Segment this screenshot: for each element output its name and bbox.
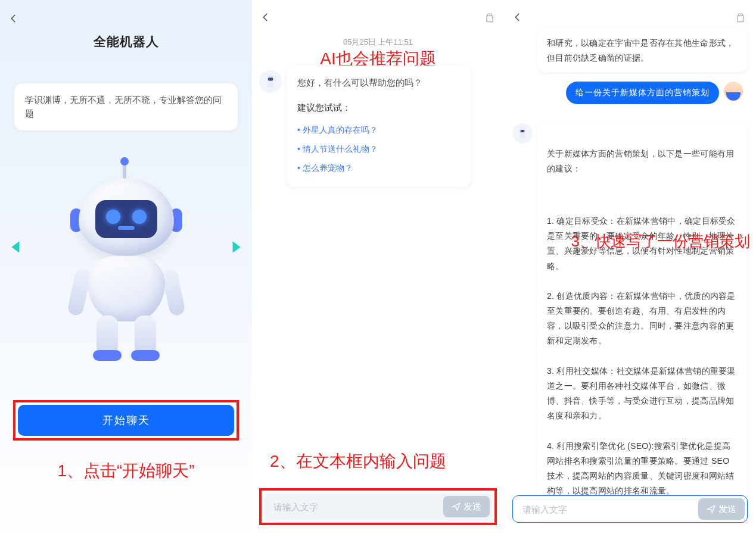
svg-point-7 xyxy=(267,82,273,88)
svg-point-15 xyxy=(523,130,524,132)
annotation-frame-1: 开始聊天 xyxy=(13,400,239,441)
bot-greeting-bubble: 您好，有什么可以帮助您的吗？ 建议您试试： 外星人真的存在吗？ 情人节送什么礼物… xyxy=(287,65,471,187)
bot-body-text: 1. 确定目标受众：在新媒体营销中，确定目标受众是至关重要的。要确定受众的年龄、… xyxy=(547,214,738,499)
suggestion-item[interactable]: 怎么养宠物？ xyxy=(297,159,461,178)
annotation-frame-2: 发送 xyxy=(259,488,497,525)
annotation-text-3: 3、快速写了一份营销策划 xyxy=(571,231,750,252)
chat-input-bar: 发送 xyxy=(264,493,492,520)
chat-input[interactable] xyxy=(522,504,698,514)
bot-message-bubble: 关于新媒体方面的营销策划，以下是一些可能有用的建议： 1. 确定目标受众：在新媒… xyxy=(537,123,748,522)
suggestion-item[interactable]: 情人节送什么礼物？ xyxy=(297,140,461,159)
bot-avatar xyxy=(512,123,533,143)
svg-rect-8 xyxy=(739,14,743,15)
svg-rect-2 xyxy=(488,14,492,15)
robot-illustration xyxy=(0,167,252,375)
annotation-text-1: 1、点击“开始聊天” xyxy=(0,460,252,482)
send-icon xyxy=(452,502,461,511)
svg-rect-13 xyxy=(521,130,525,132)
try-label: 建议您试试： xyxy=(297,100,461,115)
back-icon[interactable] xyxy=(8,13,19,24)
suggestion-list: 外星人真的存在吗？ 情人节送什么礼物？ 怎么养宠物？ xyxy=(297,121,461,177)
svg-rect-4 xyxy=(268,78,273,81)
bot-intro-text: 关于新媒体方面的营销策划，以下是一些可能有用的建议： xyxy=(547,146,738,176)
svg-point-5 xyxy=(269,79,270,80)
share-icon[interactable] xyxy=(735,12,746,24)
pane-conversation: 和研究，以确定在宇宙中是否存在其他生命形式，但目前仍缺乏确凿的证据。 给一份关于… xyxy=(504,0,756,537)
page-title: 全能机器人 xyxy=(0,33,252,50)
send-label: 发送 xyxy=(718,504,736,515)
greeting-text: 您好，有什么可以帮助您的吗？ xyxy=(297,75,461,90)
send-button[interactable]: 发送 xyxy=(443,496,490,517)
suggestion-item[interactable]: 外星人真的存在吗？ xyxy=(297,121,461,140)
bot-message-bubble: 和研究，以确定在宇宙中是否存在其他生命形式，但目前仍缺乏确凿的证据。 xyxy=(537,29,748,72)
bot-avatar xyxy=(259,70,282,93)
send-icon xyxy=(707,504,716,514)
svg-point-14 xyxy=(521,130,522,132)
annotation-text-2: 2、在文本框内输入问题 xyxy=(270,450,446,473)
chat-input[interactable] xyxy=(273,502,443,512)
back-icon[interactable] xyxy=(512,12,523,23)
pane-suggestions: 05月25日 上午11:51 AI也会推荐问题 您好，有什么可以帮助您的吗？ 建… xyxy=(252,0,504,537)
chat-timestamp: 05月25日 上午11:51 xyxy=(252,37,504,48)
svg-point-16 xyxy=(519,134,525,139)
user-avatar xyxy=(724,82,743,101)
user-message-bubble: 给一份关于新媒体方面的营销策划 xyxy=(566,82,719,104)
send-label: 发送 xyxy=(463,501,481,513)
bot-description: 学识渊博，无所不通，无所不晓，专业解答您的问题 xyxy=(14,83,238,130)
pane-intro: 全能机器人 学识渊博，无所不通，无所不晓，专业解答您的问题 开始聊天 1、点击“… xyxy=(0,0,252,537)
send-button[interactable]: 发送 xyxy=(698,498,745,520)
svg-point-6 xyxy=(271,79,272,80)
back-icon[interactable] xyxy=(260,12,271,23)
start-chat-button[interactable]: 开始聊天 xyxy=(18,405,234,436)
chat-input-bar: 发送 xyxy=(512,495,748,523)
share-icon[interactable] xyxy=(484,12,496,24)
